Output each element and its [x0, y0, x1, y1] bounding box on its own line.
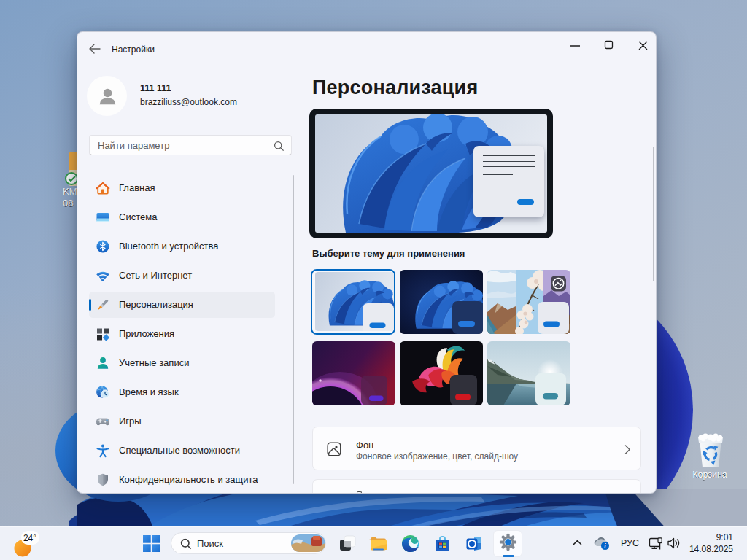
svg-text:08: 08	[63, 198, 73, 209]
svg-text:KM: KM	[63, 186, 77, 197]
svg-text:Корзина: Корзина	[692, 470, 727, 480]
svg-text:24°: 24°	[23, 533, 36, 543]
